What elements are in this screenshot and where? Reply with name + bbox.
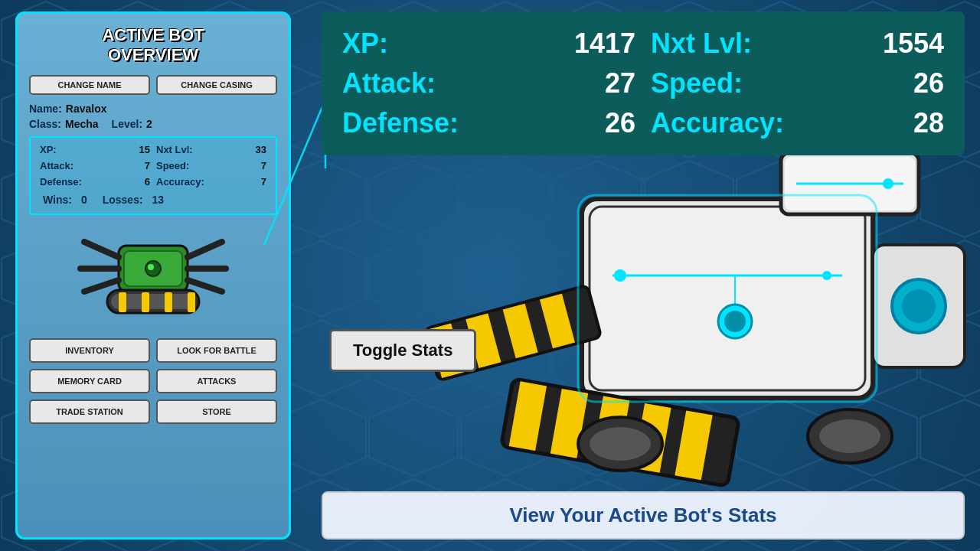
overlay-speed-value: 26 [913,67,944,99]
bottom-buttons: INVENTORY LOOK FOR BATTLE MEMORY CARD AT… [29,338,277,424]
wins-label: Wins: [43,194,72,206]
inventory-button[interactable]: INVENTORY [29,338,150,363]
nxt-lvl-label: Nxt Lvl: [156,144,193,155]
top-button-row: CHANGE NAME CHANGE CASING [29,75,277,95]
left-panel: ACTIVE BOTOVERVIEW CHANGE NAME CHANGE CA… [15,11,291,540]
stats-grid: XP: 15 Nxt Lvl: 33 Attack: 7 Speed: 7 De… [37,142,270,189]
svg-rect-48 [188,292,195,312]
svg-line-39 [84,280,119,292]
change-name-button[interactable]: CHANGE NAME [29,75,150,95]
nxt-lvl-value: 33 [256,144,266,155]
stats-box: XP: 15 Nxt Lvl: 33 Attack: 7 Speed: 7 De… [29,136,277,215]
bot-image-area [29,221,277,332]
overlay-nxt-lvl-label: Nxt Lvl: [651,28,752,60]
level-label: Level: [112,118,142,130]
toggle-stats-button[interactable]: Toggle Stats [329,329,476,372]
svg-point-31 [902,289,936,323]
overlay-nxt-lvl-value: 1554 [883,28,944,60]
overlay-nxt-lvl-row: Nxt Lvl: 1554 [651,28,944,60]
trade-station-button[interactable]: TRADE STATION [29,399,150,424]
panel-title: ACTIVE BOTOVERVIEW [29,25,277,66]
losses-label: Losses: [103,194,143,206]
xp-value: 15 [139,144,150,155]
svg-rect-46 [142,292,149,312]
svg-point-6 [822,271,831,280]
name-label: Name: [29,103,62,115]
defense-label: Defense: [40,176,82,187]
name-row: Name: Ravalox [29,103,277,115]
robot-image [352,138,980,505]
overlay-attack-value: 27 [605,67,635,99]
svg-point-9 [724,311,746,332]
overlay-attack-row: Attack: 27 [342,67,635,99]
speed-label: Speed: [156,160,189,171]
bot-mini-image [69,223,237,330]
bottom-info-bar: View Your Active Bot's Stats [322,491,965,540]
overlay-accuracy-label: Accuracy: [651,107,784,139]
overlay-speed-label: Speed: [651,67,743,99]
svg-rect-3 [590,207,865,390]
store-button[interactable]: STORE [156,399,277,424]
overlay-defense-value: 26 [605,107,635,139]
speed-value: 7 [261,160,266,171]
change-casing-button[interactable]: CHANGE CASING [156,75,277,95]
overlay-xp-row: XP: 1417 [342,28,635,60]
speed-stat: Speed: 7 [153,158,270,173]
overlay-defense-row: Defense: 26 [342,107,635,139]
losses-value: 13 [152,194,164,206]
memory-card-button[interactable]: MEMORY CARD [29,369,150,393]
xp-stat: XP: 15 [37,142,153,157]
svg-line-37 [84,242,119,257]
attack-label: Attack: [40,160,74,171]
defense-value: 6 [145,176,150,187]
svg-rect-45 [119,292,126,312]
overlay-accuracy-value: 28 [913,107,944,139]
svg-point-5 [614,269,626,282]
svg-point-28 [819,419,880,453]
svg-rect-47 [165,292,172,312]
bottom-bar-text: View Your Active Bot's Stats [509,504,776,527]
attacks-button[interactable]: ATTACKS [156,369,277,393]
overlay-xp-label: XP: [342,28,388,60]
stats-overlay: XP: 1417 Nxt Lvl: 1554 Attack: 27 Speed:… [322,11,965,155]
wins-value: 0 [81,194,87,206]
class-label: Class: [29,118,61,130]
defense-stat: Defense: 6 [37,174,153,189]
overlay-speed-row: Speed: 26 [651,67,944,99]
accuracy-stat: Accuracy: 7 [153,174,270,189]
svg-point-26 [590,427,651,461]
overlay-accuracy-row: Accuracy: 28 [651,107,944,139]
class-level-row: Class: Mecha Level: 2 [29,118,277,130]
svg-line-42 [188,280,222,292]
nxt-lvl-stat: Nxt Lvl: 33 [153,142,270,157]
overlay-defense-label: Defense: [342,107,459,139]
overlay-stats-grid: XP: 1417 Nxt Lvl: 1554 Attack: 27 Speed:… [342,28,944,139]
overlay-xp-value: 1417 [574,28,635,60]
class-value: Mecha [65,118,99,130]
svg-point-13 [883,178,893,189]
level-value: 2 [146,118,152,130]
xp-label: XP: [40,144,57,155]
name-value: Ravalox [66,103,107,115]
overlay-attack-label: Attack: [342,67,436,99]
accuracy-label: Accuracy: [156,176,204,187]
svg-point-36 [148,264,154,270]
wins-losses-row: Wins: 0 Losses: 13 [37,191,270,209]
look-for-battle-button[interactable]: LOOK FOR BATTLE [156,338,277,363]
accuracy-value: 7 [261,176,266,187]
svg-line-40 [188,242,222,257]
attack-stat: Attack: 7 [37,158,153,173]
attack-value: 7 [145,160,150,171]
